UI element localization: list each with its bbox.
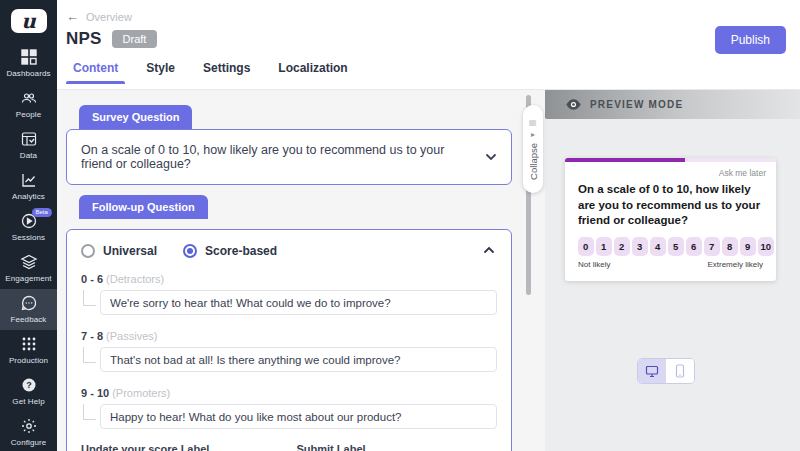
nps-left-label: Not likely xyxy=(578,260,610,269)
followup-type-radio-group: Universal Score-based xyxy=(81,244,497,258)
main-column: ← Overview NPS Draft Publish Content Sty… xyxy=(57,0,800,451)
publish-button[interactable]: Publish xyxy=(715,26,786,54)
app-window: u Dashboards People Data Analytics xyxy=(0,0,800,451)
grip-icon: ||| xyxy=(529,119,537,125)
page-header: ← Overview NPS Draft Publish Content Sty… xyxy=(57,0,800,90)
survey-question-badge: Survey Question xyxy=(79,105,192,129)
range-label-detractors: 0 - 6 (Detractors) xyxy=(81,273,497,285)
nps-score-2[interactable]: 2 xyxy=(614,237,630,256)
logo-letter: u xyxy=(21,9,36,33)
desktop-preview-button[interactable] xyxy=(638,359,666,383)
promoters-message-input[interactable] xyxy=(100,404,497,429)
sidebar-label: Data xyxy=(20,151,37,160)
sidebar-label: People xyxy=(16,110,42,119)
radio-universal[interactable]: Universal xyxy=(81,244,157,258)
sidebar-label: Engagement xyxy=(5,274,51,283)
workspace: Survey Question On a scale of 0 to 10, h… xyxy=(57,90,800,451)
connector-line xyxy=(83,404,96,420)
connector-line xyxy=(83,347,96,363)
engagement-icon xyxy=(20,253,38,271)
production-icon xyxy=(20,335,38,353)
nps-question-text: On a scale of 0 to 10, how likely are yo… xyxy=(565,178,776,229)
sidebar-item-configure[interactable]: Configure xyxy=(0,412,57,451)
tab-localization[interactable]: Localization xyxy=(278,61,347,84)
connector-line xyxy=(83,290,96,306)
sessions-icon: Beta xyxy=(20,212,38,230)
sidebar-item-production[interactable]: Production xyxy=(0,330,57,371)
nps-score-1[interactable]: 1 xyxy=(596,237,612,256)
tab-settings[interactable]: Settings xyxy=(203,61,250,84)
range-group: (Promoters) xyxy=(112,387,170,399)
nps-score-7[interactable]: 7 xyxy=(704,237,720,256)
nps-score-0[interactable]: 0 xyxy=(578,237,594,256)
radio-circle-icon xyxy=(81,244,95,258)
sidebar-label: Get Help xyxy=(12,397,44,406)
update-score-label: Update your score Label xyxy=(81,443,282,451)
back-arrow-icon[interactable]: ← xyxy=(66,10,79,23)
radio-circle-icon xyxy=(183,244,197,258)
status-badge: Draft xyxy=(112,30,158,48)
tab-content[interactable]: Content xyxy=(73,61,118,84)
sidebar-label: Dashboards xyxy=(6,69,50,78)
sidebar-item-engagement[interactable]: Engagement xyxy=(0,248,57,289)
nps-score-8[interactable]: 8 xyxy=(722,237,738,256)
radio-label: Score-based xyxy=(205,244,277,258)
people-icon xyxy=(20,89,38,107)
preview-pane: PREVIEW MODE Ask me later On a scale of … xyxy=(545,90,800,451)
nps-score-4[interactable]: 4 xyxy=(650,237,666,256)
passives-message-input[interactable] xyxy=(100,347,497,372)
editor-pane: Survey Question On a scale of 0 to 10, h… xyxy=(57,90,545,451)
data-icon xyxy=(20,130,38,148)
sidebar-item-analytics[interactable]: Analytics xyxy=(0,166,57,207)
nps-score-6[interactable]: 6 xyxy=(686,237,702,256)
chevron-right-icon: ▸ xyxy=(531,131,535,139)
ask-me-later-link[interactable]: Ask me later xyxy=(565,162,776,178)
help-icon: ? xyxy=(20,376,38,394)
preview-mode-label: PREVIEW MODE xyxy=(590,99,683,110)
svg-text:?: ? xyxy=(26,380,32,390)
range-group: (Passives) xyxy=(106,330,157,342)
range-number: 0 - 6 xyxy=(81,273,103,285)
radio-score-based[interactable]: Score-based xyxy=(183,244,277,258)
chevron-up-icon[interactable] xyxy=(483,244,495,256)
sidebar-label: Configure xyxy=(11,438,47,447)
nps-score-10[interactable]: 10 xyxy=(758,237,774,256)
preview-mode-bar: PREVIEW MODE xyxy=(545,90,800,119)
sidebar-item-people[interactable]: People xyxy=(0,84,57,125)
nps-score-3[interactable]: 3 xyxy=(632,237,648,256)
sidebar-label: Sessions xyxy=(12,233,45,242)
breadcrumb-overview-link[interactable]: Overview xyxy=(86,11,132,23)
nps-score-9[interactable]: 9 xyxy=(740,237,756,256)
nps-score-5[interactable]: 5 xyxy=(668,237,684,256)
followup-question-badge: Follow-up Question xyxy=(79,195,208,219)
eye-icon xyxy=(565,96,582,113)
tab-style[interactable]: Style xyxy=(146,61,175,84)
sidebar-label: Feedback xyxy=(11,315,47,324)
device-preview-toggle xyxy=(637,358,695,384)
survey-question-card[interactable]: On a scale of 0 to 10, how likely are yo… xyxy=(66,129,512,185)
breadcrumb: ← Overview xyxy=(57,0,800,23)
mobile-preview-button[interactable] xyxy=(666,359,694,383)
radio-label: Universal xyxy=(103,244,157,258)
range-group: (Detractors) xyxy=(106,273,164,285)
page-title: NPS xyxy=(66,29,102,49)
nps-scale: 0 1 2 3 4 5 6 7 8 9 10 xyxy=(565,229,776,256)
nps-preview-card: Ask me later On a scale of 0 to 10, how … xyxy=(565,158,776,281)
nps-right-label: Extremely likely xyxy=(707,260,763,269)
sidebar-item-get-help[interactable]: ? Get Help xyxy=(0,371,57,412)
chevron-down-icon[interactable] xyxy=(485,151,497,163)
sidebar-item-data[interactable]: Data xyxy=(0,125,57,166)
survey-question-text: On a scale of 0 to 10, how likely are yo… xyxy=(81,143,485,171)
detractors-message-input[interactable] xyxy=(100,290,497,315)
sidebar-label: Analytics xyxy=(12,192,45,201)
userpilot-logo[interactable]: u xyxy=(11,9,47,33)
sidebar-item-sessions[interactable]: Beta Sessions xyxy=(0,207,57,248)
dashboards-icon xyxy=(20,48,38,66)
sidebar-label: Production xyxy=(9,356,48,365)
sidebar-item-feedback[interactable]: Feedback xyxy=(0,289,57,330)
submit-label: Submit Label xyxy=(297,443,498,451)
range-number: 9 - 10 xyxy=(81,387,109,399)
sidebar-item-dashboards[interactable]: Dashboards xyxy=(0,43,57,84)
collapse-preview-button[interactable]: ||| ▸ Collapse xyxy=(523,105,543,193)
collapse-label: Collapse xyxy=(528,143,539,180)
